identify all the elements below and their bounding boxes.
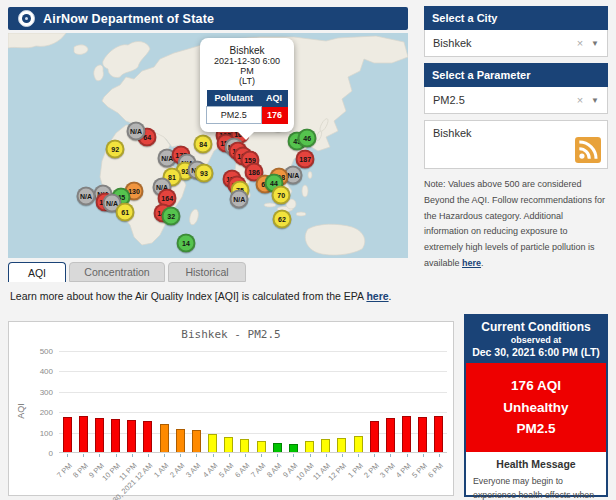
- popup-col-pollutant: Pollutant: [207, 90, 262, 107]
- app-title: AirNow Department of State: [43, 12, 214, 26]
- chart-bar[interactable]: [257, 441, 266, 452]
- chart-bar[interactable]: [402, 416, 411, 452]
- aqi-marker[interactable]: 70: [272, 186, 291, 205]
- axis-tick: [164, 454, 165, 457]
- aqi-marker[interactable]: 61: [116, 203, 135, 222]
- current-conditions-panel: Current Conditions observed at Dec 30, 2…: [464, 314, 608, 497]
- parameter-select-value: PM2.5: [433, 94, 577, 106]
- chart-bar[interactable]: [111, 419, 120, 452]
- aqi-marker[interactable]: 187: [296, 150, 315, 169]
- chart-bar[interactable]: [354, 436, 363, 452]
- cc-aqi-block: 176 AQI Unhealthy PM2.5: [466, 363, 606, 452]
- chart-bar[interactable]: [143, 421, 152, 452]
- aqi-marker[interactable]: 84: [194, 134, 213, 153]
- chart-bar[interactable]: [160, 424, 169, 452]
- axis-tick: [439, 454, 440, 457]
- parameter-select[interactable]: PM2.5 × ▼: [424, 87, 608, 114]
- axis-tick: [326, 454, 327, 457]
- chart-bar[interactable]: [289, 444, 298, 452]
- x-tick-label: 5 PM: [410, 461, 429, 480]
- chart-bar[interactable]: [418, 417, 427, 452]
- tab-historical[interactable]: Historical: [168, 262, 246, 282]
- chart-bar[interactable]: [337, 438, 346, 452]
- chart-title: Bishkek - PM2.5: [9, 328, 453, 341]
- gridline: [59, 392, 447, 393]
- cc-observed-at: observed at: [468, 335, 604, 345]
- y-tick-label: 500: [19, 347, 53, 356]
- world-map[interactable]: 64N/A9284N/A175N/A92N/A9381N/A16413045N/…: [8, 33, 408, 258]
- axis-tick: [293, 454, 294, 457]
- rss-icon[interactable]: [575, 137, 601, 163]
- x-tick-label: 3 AM: [184, 461, 202, 479]
- chart-bar[interactable]: [176, 429, 185, 452]
- chart-bar[interactable]: [95, 418, 104, 452]
- chart-bar[interactable]: [63, 417, 72, 452]
- axis-tick: [213, 454, 214, 457]
- chart-bar[interactable]: [273, 443, 282, 452]
- aqi-marker[interactable]: N/A: [230, 190, 249, 209]
- chart-bar[interactable]: [370, 421, 379, 452]
- aqi-marker[interactable]: 93: [195, 163, 214, 182]
- learn-more-body: Learn more about how the Air Quality Ind…: [10, 290, 366, 302]
- chart-bar[interactable]: [434, 416, 443, 452]
- x-tick-label: 5 AM: [217, 461, 235, 479]
- cc-health-section: Health Message Everyone may begin to exp…: [466, 452, 606, 500]
- axis-tick: [374, 454, 375, 457]
- chart-bar[interactable]: [321, 439, 330, 452]
- rss-city-label: Bishkek: [433, 127, 472, 139]
- select-city-header: Select a City: [424, 6, 608, 30]
- aqi-marker[interactable]: N/A: [127, 122, 146, 141]
- aqi-marker[interactable]: 46: [298, 129, 317, 148]
- x-tick-label: 8 AM: [265, 461, 283, 479]
- rss-city-box: Bishkek: [424, 120, 608, 169]
- aqi-chart-card: Bishkek - PM2.5 AQI 0100200300400500 7 P…: [8, 321, 454, 496]
- chart-bar[interactable]: [208, 434, 217, 452]
- axis-tick: [261, 454, 262, 457]
- chevron-down-icon[interactable]: ▼: [591, 96, 599, 105]
- clear-icon[interactable]: ×: [577, 37, 583, 49]
- chart-bar[interactable]: [192, 430, 201, 452]
- x-tick-label: 4 AM: [201, 461, 219, 479]
- x-tick-label: 1 AM: [152, 461, 170, 479]
- axis-tick: [407, 454, 408, 457]
- aqi-marker[interactable]: 62: [273, 210, 292, 229]
- aqi-marker[interactable]: 32: [162, 206, 181, 225]
- y-tick-label: 200: [19, 408, 53, 417]
- axis-tick: [245, 454, 246, 457]
- cc-pollutant: PM2.5: [468, 418, 604, 440]
- aqi-marker[interactable]: 92: [106, 140, 125, 159]
- tab-concentration[interactable]: Concentration: [69, 262, 165, 282]
- x-tick-label: 7 PM: [55, 461, 74, 480]
- clear-icon[interactable]: ×: [577, 94, 583, 106]
- note-link[interactable]: here: [462, 258, 481, 268]
- epa-link[interactable]: here: [366, 290, 388, 302]
- popup-timezone: (LT): [206, 76, 288, 86]
- chart-bar[interactable]: [386, 418, 395, 452]
- axis-tick: [67, 454, 68, 457]
- city-select-value: Bishkek: [433, 37, 577, 49]
- tab-bar: AQI Concentration Historical: [8, 262, 246, 282]
- chart-bar[interactable]: [305, 441, 314, 452]
- aqi-marker[interactable]: N/A: [77, 186, 96, 205]
- chart-bar[interactable]: [240, 439, 249, 452]
- current-conditions-header: Current Conditions observed at Dec 30, 2…: [466, 316, 606, 363]
- gridline: [59, 351, 447, 352]
- chart-bar[interactable]: [224, 437, 233, 452]
- x-tick-label: 4 PM: [394, 461, 413, 480]
- chart-bar[interactable]: [79, 416, 88, 452]
- aqi-marker[interactable]: 14: [177, 233, 196, 252]
- state-seal-icon: [18, 10, 35, 27]
- chart-bar[interactable]: [127, 420, 136, 452]
- chevron-down-icon[interactable]: ▼: [591, 39, 599, 48]
- x-tick-label: 2 AM: [168, 461, 186, 479]
- axis-tick: [423, 454, 424, 457]
- axis-tick: [358, 454, 359, 457]
- axis-tick: [116, 454, 117, 457]
- tab-aqi[interactable]: AQI: [8, 262, 66, 282]
- axis-tick: [132, 454, 133, 457]
- x-tick-label: 3 PM: [378, 461, 397, 480]
- axis-tick: [229, 454, 230, 457]
- city-select[interactable]: Bishkek × ▼: [424, 30, 608, 57]
- note-body: Note: Values above 500 are considered Be…: [424, 179, 605, 268]
- axis-tick: [83, 454, 84, 457]
